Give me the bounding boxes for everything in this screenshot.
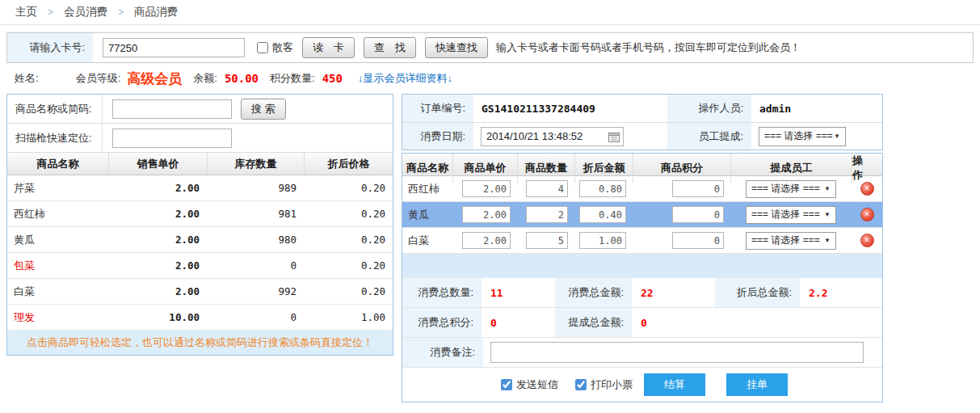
send-sms-checkbox[interactable] xyxy=(501,379,512,390)
cart-staff-select[interactable]: === 请选择 ===▼ xyxy=(746,232,836,250)
product-name: 理发 xyxy=(7,310,108,325)
product-row[interactable]: 包菜2.0000.20 xyxy=(7,253,393,279)
cart-amount-input[interactable] xyxy=(579,180,626,197)
order-number-label: 订单编号: xyxy=(402,95,473,122)
send-sms-label: 发送短信 xyxy=(516,377,558,392)
dropdown-arrow-icon: ▼ xyxy=(824,185,831,192)
column-header: 商品积分 xyxy=(633,154,730,183)
cart-price-input[interactable] xyxy=(462,232,511,249)
product-discount-price: 0.20 xyxy=(304,182,393,194)
total-points-label: 消费总积分: xyxy=(402,308,483,337)
product-search-label: 商品名称或简码: xyxy=(7,95,103,123)
product-discount-price: 0.20 xyxy=(304,285,393,297)
order-date-row: 消费日期: 员工提成: === 请选择 === ▼ xyxy=(402,122,882,150)
cart-staff-select[interactable]: === 请选择 ===▼ xyxy=(746,180,836,198)
read-card-button[interactable]: 读 卡 xyxy=(302,37,355,58)
cart-item-name: 黄瓜 xyxy=(402,208,452,222)
settle-button[interactable]: 结算 xyxy=(644,373,705,396)
product-price: 2.00 xyxy=(108,208,207,220)
consume-date-label: 消费日期: xyxy=(402,123,473,150)
product-row[interactable]: 理发10.0001.00 xyxy=(7,305,393,331)
cart-price-input[interactable] xyxy=(462,180,511,197)
cart-points-input[interactable] xyxy=(672,232,724,249)
find-button[interactable]: 查 找 xyxy=(364,37,416,58)
cart-staff-select[interactable]: === 请选择 ===▼ xyxy=(746,206,836,224)
member-level-value: 高级会员 xyxy=(127,70,182,88)
delete-icon[interactable]: ✕ xyxy=(860,208,874,221)
balance-label: 余额: xyxy=(193,71,217,86)
column-header: 商品名称 xyxy=(7,153,108,175)
calendar-icon[interactable] xyxy=(608,132,620,142)
total-amount-label: 消费总金额: xyxy=(555,278,633,307)
dropdown-arrow-icon: ▼ xyxy=(824,237,831,244)
column-header: 商品数量 xyxy=(517,154,574,183)
product-name: 黄瓜 xyxy=(7,233,108,247)
breadcrumb-item[interactable]: 会员消费 xyxy=(64,5,107,19)
product-name: 包菜 xyxy=(7,259,108,273)
column-header: 操 作 xyxy=(852,154,882,183)
staff-commission-select[interactable]: === 请选择 === ▼ xyxy=(759,127,846,146)
cart-qty-input[interactable] xyxy=(526,206,568,223)
cart-table-body: 西红柿=== 请选择 ===▼✕黄瓜=== 请选择 ===▼✕白菜=== 请选择… xyxy=(402,176,882,254)
delete-icon[interactable]: ✕ xyxy=(860,234,874,247)
cart-price-input[interactable] xyxy=(462,206,511,223)
card-number-label: 请输入卡号: xyxy=(7,33,93,62)
product-price: 2.00 xyxy=(108,259,207,272)
quick-find-button[interactable]: 快速查找 xyxy=(425,37,488,58)
card-lookup-hint: 输入卡号或者卡面号码或者手机号码，按回车即可定位到此会员！ xyxy=(496,40,801,55)
dropdown-arrow-icon: ▼ xyxy=(824,211,831,218)
hold-order-button[interactable]: 挂单 xyxy=(726,373,788,396)
cart-box: 商品名称 商品单价 商品数量 折后金额 商品积分 提成员工 操 作 西红柿===… xyxy=(402,153,883,402)
walk-in-checkbox[interactable] xyxy=(257,42,268,53)
breadcrumb-separator: > xyxy=(48,6,53,18)
cart-amount-input[interactable] xyxy=(579,206,626,223)
total-qty-value: 11 xyxy=(483,278,555,307)
print-receipt-label: 打印小票 xyxy=(591,377,633,392)
cart-points-input[interactable] xyxy=(672,206,724,223)
delete-icon[interactable]: ✕ xyxy=(860,182,874,196)
remark-input[interactable] xyxy=(490,342,864,363)
order-number-row: 订单编号: GS1410211337284409 操作人员: admin xyxy=(402,95,882,122)
product-row[interactable]: 芹菜2.009890.20 xyxy=(7,175,393,201)
breadcrumb: 主页>会员消费>商品消费 xyxy=(0,0,980,25)
summary-row-1: 消费总数量: 11 消费总金额: 22 折后总金额: 2.2 xyxy=(402,278,882,308)
product-stock: 989 xyxy=(207,182,304,194)
product-row[interactable]: 白菜2.009920.20 xyxy=(7,279,393,305)
consume-date-input[interactable] xyxy=(481,127,624,146)
product-discount-price: 0.20 xyxy=(304,208,393,220)
points-label: 积分数量: xyxy=(270,71,315,86)
breadcrumb-separator: > xyxy=(118,6,124,18)
product-panel: 商品名称或简码: 搜 索 扫描枪快速定位: 商品名称 销售单价 库存数量 折后价… xyxy=(6,94,393,356)
product-search-button[interactable]: 搜 索 xyxy=(241,99,286,120)
cart-qty-input[interactable] xyxy=(526,232,568,249)
scan-locate-input[interactable] xyxy=(112,129,232,148)
select-value: === 请选择 === xyxy=(751,208,820,221)
column-header: 商品单价 xyxy=(452,154,517,183)
card-number-input[interactable] xyxy=(103,38,245,57)
remark-label: 消费备注: xyxy=(402,338,483,367)
product-price: 2.00 xyxy=(108,182,207,194)
scan-locate-row: 扫描枪快速定位: xyxy=(7,124,393,153)
product-price: 2.00 xyxy=(108,285,207,297)
product-stock: 0 xyxy=(207,259,304,272)
member-level-label: 会员等级: xyxy=(76,71,121,86)
product-stock: 0 xyxy=(207,311,304,323)
column-header: 商品名称 xyxy=(402,154,452,183)
column-header: 销售单价 xyxy=(108,153,207,175)
remark-row: 消费备注: xyxy=(402,338,882,368)
cart-row: 黄瓜=== 请选择 ===▼✕ xyxy=(402,202,882,228)
product-row[interactable]: 黄瓜2.009800.20 xyxy=(7,227,393,253)
cart-qty-input[interactable] xyxy=(526,180,568,197)
cart-points-input[interactable] xyxy=(672,180,724,197)
breadcrumb-item[interactable]: 主页 xyxy=(15,5,37,19)
cart-amount-input[interactable] xyxy=(579,232,626,249)
breadcrumb-item[interactable]: 商品消费 xyxy=(134,5,178,19)
product-row[interactable]: 西红柿2.009810.20 xyxy=(7,201,393,227)
staff-commission-label: 员工提成: xyxy=(667,123,751,150)
product-search-input[interactable] xyxy=(112,99,232,119)
select-value: === 请选择 === xyxy=(751,182,820,196)
column-header: 折后价格 xyxy=(304,153,393,175)
member-detail-link[interactable]: ↓显示会员详细资料↓ xyxy=(358,71,452,86)
cart-row: 白菜=== 请选择 ===▼✕ xyxy=(402,228,882,254)
print-receipt-checkbox[interactable] xyxy=(575,379,587,390)
